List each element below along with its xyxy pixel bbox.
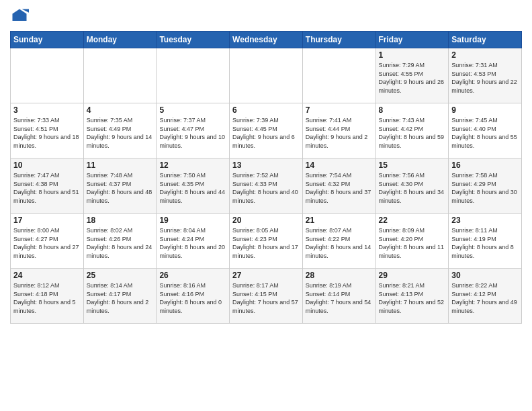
day-info: Sunrise: 7:50 AM Sunset: 4:35 PM Dayligh… [159,171,226,205]
logo-icon [10,7,29,26]
day-info: Sunrise: 7:45 AM Sunset: 4:40 PM Dayligh… [451,116,519,150]
day-info: Sunrise: 7:56 AM Sunset: 4:30 PM Dayligh… [379,171,446,205]
day-info: Sunrise: 8:11 AM Sunset: 4:19 PM Dayligh… [451,226,519,260]
day-number: 28 [306,271,373,280]
weekday-header-thursday: Thursday [302,32,375,48]
calendar-cell: 9Sunrise: 7:45 AM Sunset: 4:40 PM Daylig… [449,103,522,158]
day-info: Sunrise: 8:09 AM Sunset: 4:20 PM Dayligh… [379,226,446,260]
calendar-cell: 26Sunrise: 8:16 AM Sunset: 4:16 PM Dayli… [157,269,230,324]
weekday-header-tuesday: Tuesday [157,32,230,48]
day-number: 16 [451,161,519,170]
day-info: Sunrise: 7:58 AM Sunset: 4:29 PM Dayligh… [451,171,519,205]
day-number: 9 [451,105,519,115]
calendar-cell: 12Sunrise: 7:50 AM Sunset: 4:35 PM Dayli… [157,158,230,214]
day-number: 14 [306,161,373,170]
calendar-cell: 15Sunrise: 7:56 AM Sunset: 4:30 PM Dayli… [375,158,449,214]
day-info: Sunrise: 8:14 AM Sunset: 4:17 PM Dayligh… [87,281,154,315]
calendar-cell: 5Sunrise: 7:37 AM Sunset: 4:47 PM Daylig… [157,103,230,158]
day-number: 8 [379,105,446,115]
day-number: 25 [87,271,154,280]
calendar-cell: 30Sunrise: 8:22 AM Sunset: 4:12 PM Dayli… [449,269,522,324]
calendar-cell: 21Sunrise: 8:07 AM Sunset: 4:22 PM Dayli… [302,214,375,269]
day-number: 1 [379,50,446,60]
day-number: 29 [379,271,446,280]
day-number: 5 [159,105,226,115]
day-number: 6 [232,105,300,115]
day-info: Sunrise: 8:07 AM Sunset: 4:22 PM Dayligh… [306,226,373,260]
day-info: Sunrise: 7:35 AM Sunset: 4:49 PM Dayligh… [87,116,154,150]
svg-marker-0 [13,9,27,21]
week-row-1: 1Sunrise: 7:29 AM Sunset: 4:55 PM Daylig… [11,48,522,103]
day-number: 27 [232,271,300,280]
day-number: 15 [379,161,446,170]
calendar-cell: 11Sunrise: 7:48 AM Sunset: 4:37 PM Dayli… [83,158,157,214]
calendar-cell [157,48,230,103]
day-info: Sunrise: 8:17 AM Sunset: 4:15 PM Dayligh… [232,281,300,315]
day-number: 7 [306,105,373,115]
day-info: Sunrise: 8:21 AM Sunset: 4:13 PM Dayligh… [379,281,446,315]
day-info: Sunrise: 8:00 AM Sunset: 4:27 PM Dayligh… [13,226,81,260]
calendar-cell [83,48,157,103]
day-number: 22 [379,216,446,225]
day-number: 21 [306,216,373,225]
weekday-header-monday: Monday [83,32,157,48]
header [10,7,522,26]
calendar-cell: 7Sunrise: 7:41 AM Sunset: 4:44 PM Daylig… [302,103,375,158]
calendar-cell: 17Sunrise: 8:00 AM Sunset: 4:27 PM Dayli… [11,214,84,269]
weekday-header-row: SundayMondayTuesdayWednesdayThursdayFrid… [11,32,522,48]
main-container: SundayMondayTuesdayWednesdayThursdayFrid… [0,0,532,330]
calendar-cell: 4Sunrise: 7:35 AM Sunset: 4:49 PM Daylig… [83,103,157,158]
logo [10,7,32,26]
day-info: Sunrise: 7:39 AM Sunset: 4:45 PM Dayligh… [232,116,300,150]
calendar-cell [302,48,375,103]
week-row-2: 3Sunrise: 7:33 AM Sunset: 4:51 PM Daylig… [11,103,522,158]
calendar-cell: 10Sunrise: 7:47 AM Sunset: 4:38 PM Dayli… [11,158,84,214]
calendar-cell: 23Sunrise: 8:11 AM Sunset: 4:19 PM Dayli… [449,214,522,269]
calendar-cell: 24Sunrise: 8:12 AM Sunset: 4:18 PM Dayli… [11,269,84,324]
calendar-cell: 22Sunrise: 8:09 AM Sunset: 4:20 PM Dayli… [375,214,449,269]
day-number: 30 [451,271,519,280]
calendar-cell: 2Sunrise: 7:31 AM Sunset: 4:53 PM Daylig… [449,48,522,103]
calendar-cell: 13Sunrise: 7:52 AM Sunset: 4:33 PM Dayli… [230,158,303,214]
week-row-3: 10Sunrise: 7:47 AM Sunset: 4:38 PM Dayli… [11,158,522,214]
calendar-cell: 20Sunrise: 8:05 AM Sunset: 4:23 PM Dayli… [230,214,303,269]
weekday-header-friday: Friday [375,32,449,48]
day-number: 3 [13,105,81,115]
weekday-header-wednesday: Wednesday [230,32,303,48]
day-info: Sunrise: 8:22 AM Sunset: 4:12 PM Dayligh… [451,281,519,315]
day-info: Sunrise: 7:47 AM Sunset: 4:38 PM Dayligh… [13,171,81,205]
day-info: Sunrise: 7:52 AM Sunset: 4:33 PM Dayligh… [232,171,300,205]
day-number: 13 [232,161,300,170]
day-number: 10 [13,161,81,170]
day-info: Sunrise: 7:33 AM Sunset: 4:51 PM Dayligh… [13,116,81,150]
calendar-cell: 29Sunrise: 8:21 AM Sunset: 4:13 PM Dayli… [375,269,449,324]
calendar-cell: 6Sunrise: 7:39 AM Sunset: 4:45 PM Daylig… [230,103,303,158]
calendar-cell: 25Sunrise: 8:14 AM Sunset: 4:17 PM Dayli… [83,269,157,324]
day-number: 4 [87,105,154,115]
day-number: 19 [159,216,226,225]
day-info: Sunrise: 7:54 AM Sunset: 4:32 PM Dayligh… [306,171,373,205]
day-info: Sunrise: 8:16 AM Sunset: 4:16 PM Dayligh… [159,281,226,315]
weekday-header-sunday: Sunday [11,32,84,48]
weekday-header-saturday: Saturday [449,32,522,48]
calendar-cell [230,48,303,103]
day-number: 24 [13,271,81,280]
calendar-cell: 16Sunrise: 7:58 AM Sunset: 4:29 PM Dayli… [449,158,522,214]
day-info: Sunrise: 8:05 AM Sunset: 4:23 PM Dayligh… [232,226,300,260]
day-info: Sunrise: 8:04 AM Sunset: 4:24 PM Dayligh… [159,226,226,260]
calendar-cell: 28Sunrise: 8:19 AM Sunset: 4:14 PM Dayli… [302,269,375,324]
day-info: Sunrise: 7:29 AM Sunset: 4:55 PM Dayligh… [379,61,446,95]
day-number: 12 [159,161,226,170]
day-number: 23 [451,216,519,225]
day-number: 17 [13,216,81,225]
calendar-cell: 14Sunrise: 7:54 AM Sunset: 4:32 PM Dayli… [302,158,375,214]
day-number: 11 [87,161,154,170]
week-row-4: 17Sunrise: 8:00 AM Sunset: 4:27 PM Dayli… [11,214,522,269]
day-info: Sunrise: 7:31 AM Sunset: 4:53 PM Dayligh… [451,61,519,95]
calendar-cell: 18Sunrise: 8:02 AM Sunset: 4:26 PM Dayli… [83,214,157,269]
day-info: Sunrise: 7:37 AM Sunset: 4:47 PM Dayligh… [159,116,226,150]
week-row-5: 24Sunrise: 8:12 AM Sunset: 4:18 PM Dayli… [11,269,522,324]
calendar-cell: 3Sunrise: 7:33 AM Sunset: 4:51 PM Daylig… [11,103,84,158]
day-info: Sunrise: 7:48 AM Sunset: 4:37 PM Dayligh… [87,171,154,205]
calendar-cell: 19Sunrise: 8:04 AM Sunset: 4:24 PM Dayli… [157,214,230,269]
